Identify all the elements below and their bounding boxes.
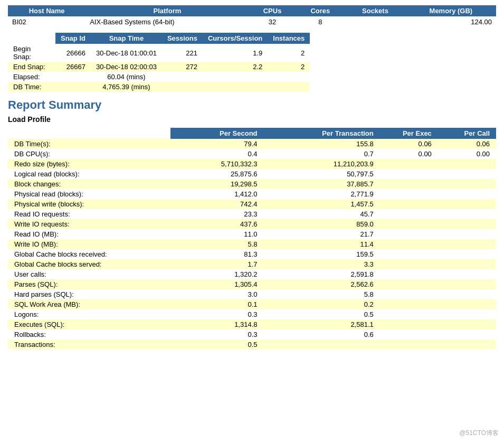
load-row-label: Read IO (MB): bbox=[8, 229, 170, 239]
report-summary-title: Report Summary bbox=[8, 98, 496, 112]
load-row: Redo size (bytes): 5,710,332.3 11,210,20… bbox=[8, 159, 496, 169]
load-per-tx: 45.7 bbox=[264, 209, 380, 219]
sockets-header: Sockets bbox=[345, 5, 406, 16]
instances-header: Instances bbox=[268, 33, 310, 44]
load-per-exec bbox=[380, 309, 438, 319]
load-row: Write IO requests: 437.6 859.0 bbox=[8, 219, 496, 229]
load-per-sec: 1,412.0 bbox=[170, 189, 263, 199]
load-per-exec bbox=[380, 269, 438, 279]
sessions-header: Sessions bbox=[162, 33, 203, 44]
load-per-sec: 3.0 bbox=[170, 289, 263, 299]
snap-cursors: 2.2 bbox=[203, 62, 268, 72]
load-per-sec: 79.4 bbox=[170, 139, 263, 149]
load-row: User calls: 1,320.2 2,591.8 bbox=[8, 269, 496, 279]
load-per-exec: 0.00 bbox=[380, 149, 438, 159]
snap-row: DB Time: 4,765.39 (mins) bbox=[8, 82, 310, 92]
load-per-call bbox=[438, 259, 496, 269]
load-row-label: Logons: bbox=[8, 309, 170, 319]
load-row-label: Physical read (blocks): bbox=[8, 189, 170, 199]
snap-sessions: 272 bbox=[162, 62, 203, 72]
load-per-call bbox=[438, 239, 496, 249]
load-row-label: Redo size (bytes): bbox=[8, 159, 170, 169]
load-row-label: Write IO requests: bbox=[8, 219, 170, 229]
load-per-sec: 437.6 bbox=[170, 219, 263, 229]
load-per-call bbox=[438, 279, 496, 289]
memory-value: 124.00 bbox=[406, 16, 496, 27]
load-row: Executes (SQL): 1,314.8 2,581.1 bbox=[8, 319, 496, 329]
load-row: Block changes: 19,298.5 37,885.7 bbox=[8, 179, 496, 189]
cursors-header: Cursors/Session bbox=[203, 33, 268, 44]
load-per-exec bbox=[380, 219, 438, 229]
load-per-call bbox=[438, 229, 496, 239]
snap-label: Begin Snap: bbox=[8, 44, 55, 62]
load-per-call: 0.00 bbox=[438, 149, 496, 159]
platform-header: Platform bbox=[85, 5, 249, 16]
load-per-tx: 21.7 bbox=[264, 229, 380, 239]
load-per-call bbox=[438, 289, 496, 299]
load-row: Read IO (MB): 11.0 21.7 bbox=[8, 229, 496, 239]
load-per-call bbox=[438, 159, 496, 169]
load-profile-title: Load Profile bbox=[8, 115, 496, 124]
snap-row: Begin Snap: 26666 30-Dec-18 01:00:01 221… bbox=[8, 44, 310, 62]
load-row-label: Hard parses (SQL): bbox=[8, 289, 170, 299]
load-row: Global Cache blocks served: 1.7 3.3 bbox=[8, 259, 496, 269]
snap-table: Snap Id Snap Time Sessions Cursors/Sessi… bbox=[8, 33, 310, 92]
load-row-label: Parses (SQL): bbox=[8, 279, 170, 289]
load-per-tx: 0.5 bbox=[264, 309, 380, 319]
cores-header: Cores bbox=[296, 5, 345, 16]
memory-header: Memory (GB) bbox=[406, 5, 496, 16]
load-per-call bbox=[438, 340, 496, 350]
snap-cursors bbox=[203, 72, 268, 82]
load-per-tx: 155.8 bbox=[264, 139, 380, 149]
snap-sessions bbox=[162, 82, 203, 92]
snap-time: 4,765.39 (mins) bbox=[91, 82, 162, 92]
load-per-tx: 50,797.5 bbox=[264, 169, 380, 179]
snap-time: 60.04 (mins) bbox=[91, 72, 162, 82]
load-per-exec bbox=[380, 209, 438, 219]
load-per-tx: 859.0 bbox=[264, 219, 380, 229]
load-per-sec: 81.3 bbox=[170, 249, 263, 259]
load-per-tx: 5.8 bbox=[264, 289, 380, 299]
load-per-tx: 0.2 bbox=[264, 299, 380, 309]
snap-instances bbox=[268, 82, 310, 92]
load-per-tx: 159.5 bbox=[264, 249, 380, 259]
load-row: Write IO (MB): 5.8 11.4 bbox=[8, 239, 496, 249]
load-per-exec bbox=[380, 249, 438, 259]
load-per-sec: 19,298.5 bbox=[170, 179, 263, 189]
load-row-label: Executes (SQL): bbox=[8, 319, 170, 329]
load-per-call: 0.06 bbox=[438, 139, 496, 149]
load-per-sec: 1,320.2 bbox=[170, 269, 263, 279]
load-per-exec bbox=[380, 179, 438, 189]
load-per-sec: 1,305.4 bbox=[170, 279, 263, 289]
load-per-sec: 1,314.8 bbox=[170, 319, 263, 329]
load-row: Read IO requests: 23.3 45.7 bbox=[8, 209, 496, 219]
load-per-exec bbox=[380, 159, 438, 169]
load-per-tx: 11,210,203.9 bbox=[264, 159, 380, 169]
snap-time: 30-Dec-18 02:00:03 bbox=[91, 62, 162, 72]
load-per-tx: 37,885.7 bbox=[264, 179, 380, 189]
load-per-exec bbox=[380, 239, 438, 249]
load-per-call bbox=[438, 299, 496, 309]
load-row: Rollbacks: 0.3 0.6 bbox=[8, 329, 496, 340]
load-per-call bbox=[438, 309, 496, 319]
snap-id bbox=[55, 82, 91, 92]
load-per-tx: 11.4 bbox=[264, 239, 380, 249]
load-per-sec: 25,875.6 bbox=[170, 169, 263, 179]
load-row: Transactions: 0.5 bbox=[8, 340, 496, 350]
load-per-sec: 1.7 bbox=[170, 259, 263, 269]
load-per-exec bbox=[380, 289, 438, 299]
load-per-sec: 0.1 bbox=[170, 299, 263, 309]
snap-instances: 2 bbox=[268, 44, 310, 62]
snap-instances: 2 bbox=[268, 62, 310, 72]
load-per-exec bbox=[380, 189, 438, 199]
load-per-exec bbox=[380, 299, 438, 309]
load-per-sec: 5.8 bbox=[170, 239, 263, 249]
snap-id: 26666 bbox=[55, 44, 91, 62]
load-row-label: DB Time(s): bbox=[8, 139, 170, 149]
load-row: DB CPU(s): 0.4 0.7 0.00 0.00 bbox=[8, 149, 496, 159]
load-row-label: SQL Work Area (MB): bbox=[8, 299, 170, 309]
load-per-exec bbox=[380, 169, 438, 179]
load-per-tx: 2,771.9 bbox=[264, 189, 380, 199]
per-transaction-header: Per Transaction bbox=[264, 128, 380, 139]
load-row-label: Read IO requests: bbox=[8, 209, 170, 219]
